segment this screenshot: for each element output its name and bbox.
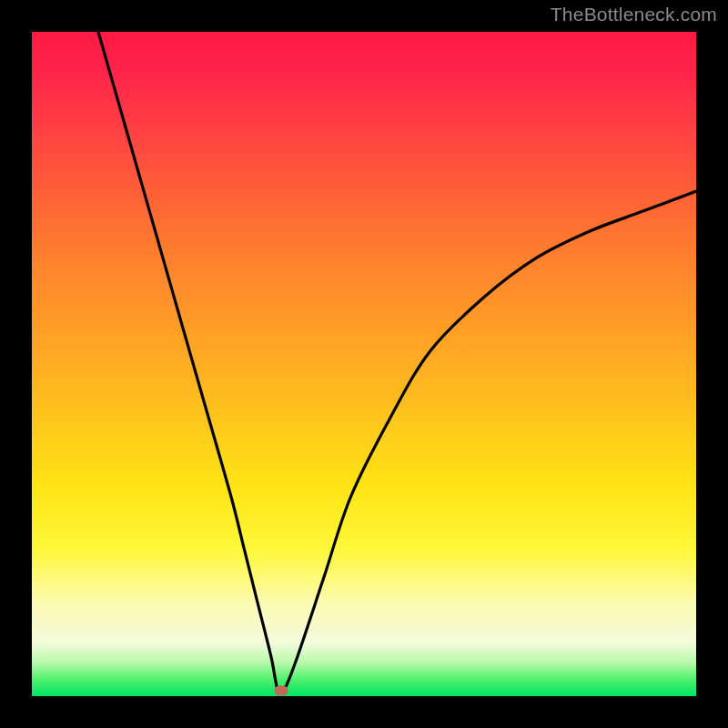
chart-frame: TheBottleneck.com xyxy=(0,0,728,728)
curve-path xyxy=(98,32,696,693)
watermark-text: TheBottleneck.com xyxy=(551,4,717,25)
optimum-marker xyxy=(274,686,288,696)
plot-area xyxy=(32,32,696,696)
bottleneck-curve xyxy=(32,32,696,696)
